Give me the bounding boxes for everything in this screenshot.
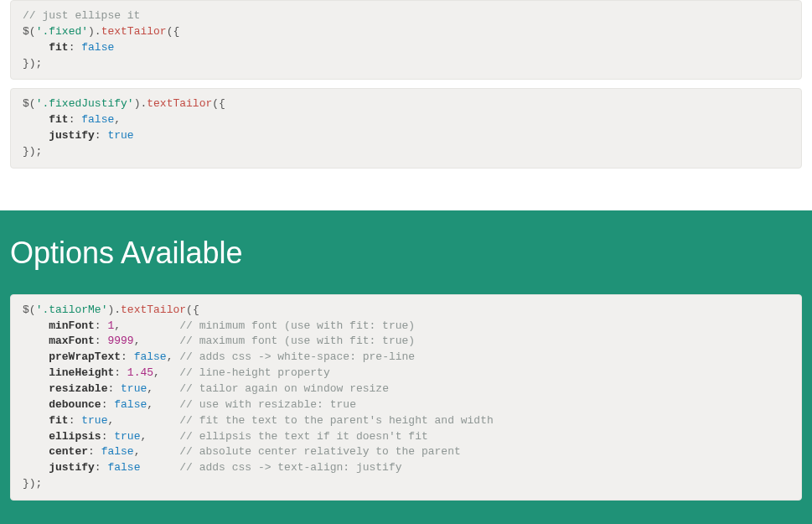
code-brace: ({ bbox=[212, 97, 225, 110]
code-paren: ( bbox=[29, 25, 36, 38]
code-comma: , bbox=[147, 398, 153, 411]
code-comment: // absolute center relatively to the par… bbox=[179, 445, 460, 458]
code-key: justify bbox=[49, 129, 95, 142]
code-close: }); bbox=[23, 477, 42, 490]
code-val: false bbox=[101, 445, 134, 458]
code-key: fit bbox=[49, 414, 68, 427]
code-selector: '.tailorMe' bbox=[36, 304, 108, 316]
code-method: textTailor bbox=[147, 97, 212, 110]
code-close: }); bbox=[23, 145, 42, 158]
code-dollar: $ bbox=[23, 97, 29, 110]
code-selector: '.fixed' bbox=[36, 25, 88, 38]
code-colon: : bbox=[95, 129, 108, 142]
code-brace: ({ bbox=[167, 25, 180, 38]
code-comment: // just ellipse it bbox=[23, 9, 140, 22]
code-comma: , bbox=[140, 430, 147, 443]
code-colon: : bbox=[114, 366, 127, 379]
code-comment: // line-height property bbox=[179, 366, 329, 379]
code-comma: , bbox=[167, 350, 173, 363]
code-comment: // minimum font (use with fit: true) bbox=[179, 319, 415, 332]
code-paren: ). bbox=[107, 304, 121, 316]
code-key: ellipsis bbox=[49, 430, 101, 443]
code-val: false bbox=[81, 41, 114, 54]
code-val: true bbox=[81, 414, 107, 427]
code-key: minFont bbox=[49, 319, 95, 332]
code-colon: : bbox=[95, 319, 108, 332]
code-block-fixed-justify: $('.fixedJustify').textTailor({ fit: fal… bbox=[10, 88, 802, 168]
code-comma: , bbox=[147, 382, 153, 395]
code-colon: : bbox=[95, 461, 108, 474]
code-key: maxFont bbox=[49, 335, 95, 347]
code-colon: : bbox=[107, 382, 121, 395]
code-val: false bbox=[81, 113, 114, 126]
code-colon: : bbox=[121, 350, 134, 363]
code-comma: , bbox=[114, 319, 121, 332]
code-key: debounce bbox=[49, 398, 101, 411]
code-dollar: $ bbox=[23, 25, 29, 38]
code-val: true bbox=[107, 129, 133, 142]
code-close: }); bbox=[23, 57, 42, 70]
code-key: center bbox=[49, 445, 88, 458]
options-section: Options Available $('.tailorMe').textTai… bbox=[0, 210, 812, 524]
code-key: lineHeight bbox=[49, 366, 114, 379]
code-comma: , bbox=[114, 113, 121, 126]
code-val: false bbox=[114, 398, 147, 411]
code-block-fixed: // just ellipse it $('.fixed').textTailo… bbox=[10, 0, 802, 80]
code-method: textTailor bbox=[101, 25, 167, 38]
code-colon: : bbox=[101, 398, 115, 411]
code-val: true bbox=[114, 430, 140, 443]
code-key: justify bbox=[49, 461, 95, 474]
top-section: // just ellipse it $('.fixed').textTailo… bbox=[0, 0, 812, 210]
code-dollar: $ bbox=[23, 304, 29, 316]
section-title: Options Available bbox=[10, 236, 802, 271]
code-key: preWrapText bbox=[49, 350, 121, 363]
code-comment: // fit the text to the parent's height a… bbox=[179, 414, 493, 427]
code-val: false bbox=[107, 461, 140, 474]
code-val: 1.45 bbox=[127, 366, 153, 379]
code-val: 9999 bbox=[107, 335, 133, 347]
options-lines: minFont: 1, // minimum font (use with fi… bbox=[23, 319, 494, 475]
code-comment: // ellipsis the text if it doesn't fit bbox=[179, 430, 427, 443]
code-comment: // adds css -> text-align: justify bbox=[179, 461, 401, 474]
code-comment: // tailor again on window resize bbox=[179, 382, 389, 395]
code-key: fit bbox=[49, 113, 68, 126]
code-comment: // use with resizable: true bbox=[179, 398, 356, 411]
code-brace: ({ bbox=[186, 304, 199, 316]
code-paren: ( bbox=[29, 97, 36, 110]
code-paren: ). bbox=[134, 97, 147, 110]
code-comma: , bbox=[134, 445, 141, 458]
code-colon: : bbox=[95, 335, 108, 347]
code-val: false bbox=[134, 350, 167, 363]
code-val: true bbox=[121, 382, 147, 395]
code-comment: // adds css -> white-space: pre-line bbox=[179, 350, 415, 363]
code-comment: // maximum font (use with fit: true) bbox=[179, 335, 415, 347]
code-comma: , bbox=[153, 366, 160, 379]
code-paren: ( bbox=[29, 304, 36, 316]
code-key: fit bbox=[49, 41, 68, 54]
code-method: textTailor bbox=[121, 304, 186, 316]
code-colon: : bbox=[69, 113, 82, 126]
code-comma: , bbox=[107, 414, 114, 427]
code-paren: ). bbox=[88, 25, 101, 38]
code-selector: '.fixedJustify' bbox=[36, 97, 134, 110]
code-key: resizable bbox=[49, 382, 107, 395]
code-colon: : bbox=[69, 414, 82, 427]
code-comma: , bbox=[134, 335, 141, 347]
code-block-options: $('.tailorMe').textTailor({ minFont: 1, … bbox=[10, 294, 802, 501]
code-colon: : bbox=[101, 430, 115, 443]
code-colon: : bbox=[69, 41, 82, 54]
code-colon: : bbox=[88, 445, 101, 458]
